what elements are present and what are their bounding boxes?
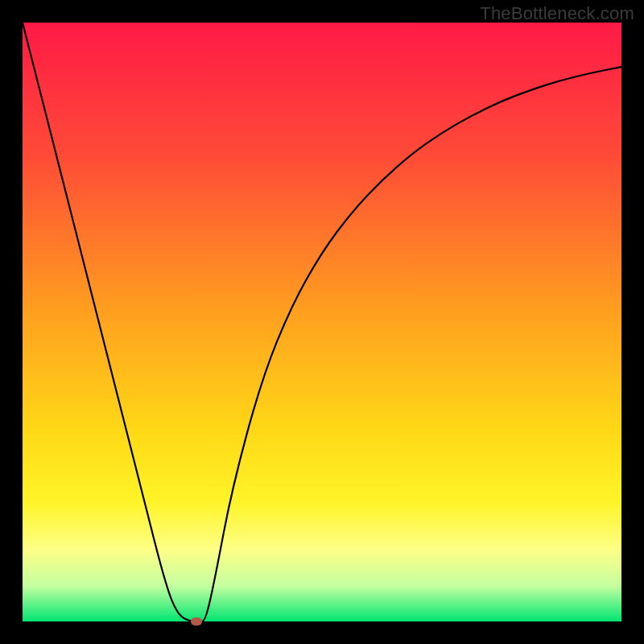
watermark-label: TheBottleneck.com <box>480 3 634 24</box>
plot-area <box>23 23 621 621</box>
chart-frame: TheBottleneck.com <box>0 0 644 644</box>
minimum-marker-dot <box>191 617 202 625</box>
